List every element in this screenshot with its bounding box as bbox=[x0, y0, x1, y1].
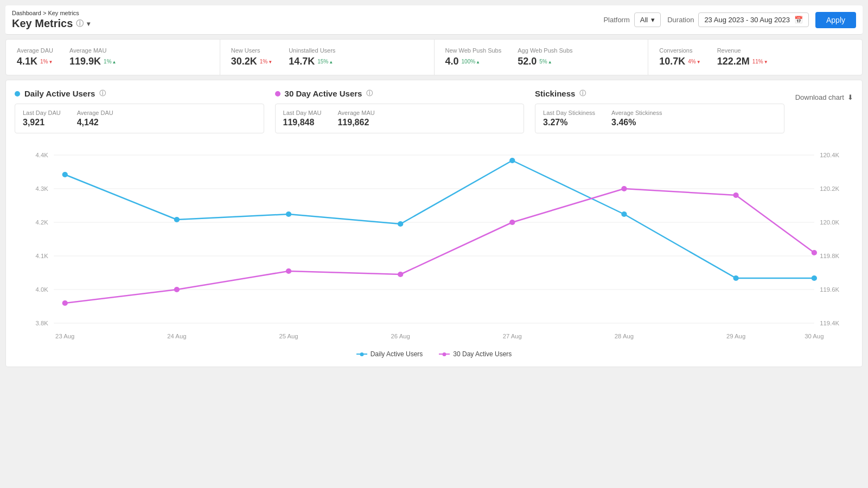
svg-text:4.0K: 4.0K bbox=[36, 286, 49, 293]
mau-average: Average MAU 119,862 bbox=[337, 110, 374, 127]
chart-container: 4.4K 4.3K 4.2K 4.1K 4.0K 3.8K 120.4K 120… bbox=[15, 139, 853, 345]
svg-point-39 bbox=[621, 186, 627, 191]
svg-text:23 Aug: 23 Aug bbox=[55, 333, 74, 339]
svg-point-30 bbox=[509, 158, 515, 163]
page-title: Key Metrics ⓘ ▾ bbox=[12, 17, 90, 30]
svg-text:4.3K: 4.3K bbox=[36, 185, 49, 192]
mau-last-day: Last Day MAU 119,848 bbox=[283, 110, 322, 127]
apply-button[interactable]: Apply bbox=[815, 12, 856, 28]
metric-group-users: New Users 30.2K 1% Uninstalled Users 14.… bbox=[220, 40, 435, 75]
dau-average: Average DAU 4,142 bbox=[77, 110, 113, 127]
metric-revenue: Revenue 122.2M 11% bbox=[717, 47, 768, 67]
svg-point-33 bbox=[812, 275, 817, 281]
svg-point-40 bbox=[733, 192, 738, 198]
dau-stats-box: Last Day DAU 3,921 Average DAU 4,142 bbox=[15, 104, 264, 133]
dau-section: Daily Active Users ⓘ Last Day DAU 3,921 … bbox=[15, 89, 264, 133]
metric-avg-mau: Average MAU 119.9K 1% bbox=[69, 47, 116, 67]
dau-title: Daily Active Users bbox=[24, 89, 95, 98]
mau-section: 30 Day Active Users ⓘ Last Day MAU 119,8… bbox=[275, 89, 525, 133]
svg-text:119.8K: 119.8K bbox=[820, 253, 839, 259]
breadcrumb-current: Key metrics bbox=[48, 10, 79, 16]
svg-point-29 bbox=[398, 221, 403, 227]
svg-text:3.8K: 3.8K bbox=[36, 320, 49, 326]
chevron-down-icon[interactable]: ▾ bbox=[87, 20, 90, 28]
stickiness-info-icon[interactable]: ⓘ bbox=[579, 89, 586, 98]
svg-text:119.6K: 119.6K bbox=[820, 286, 839, 293]
svg-point-41 bbox=[812, 250, 817, 255]
svg-text:29 Aug: 29 Aug bbox=[726, 333, 745, 339]
svg-point-31 bbox=[621, 211, 627, 217]
svg-text:120.0K: 120.0K bbox=[820, 219, 839, 226]
chart-legend: Daily Active Users 30 Day Active Users bbox=[15, 350, 853, 358]
dau-dot bbox=[15, 91, 20, 97]
calendar-icon: 📅 bbox=[794, 16, 803, 24]
svg-point-37 bbox=[398, 272, 403, 277]
stickiness-title: Stickiness bbox=[535, 89, 575, 98]
mau-title: 30 Day Active Users bbox=[285, 89, 362, 98]
metric-new-users: New Users 30.2K 1% bbox=[231, 47, 272, 67]
legend-dau: Daily Active Users bbox=[356, 350, 423, 358]
chevron-down-icon: ▾ bbox=[651, 16, 655, 24]
legend-mau: 30 Day Active Users bbox=[439, 350, 512, 358]
svg-point-36 bbox=[286, 268, 291, 274]
svg-text:4.2K: 4.2K bbox=[36, 219, 49, 226]
metric-conversions: Conversions 10.7K 4% bbox=[659, 47, 700, 67]
svg-text:24 Aug: 24 Aug bbox=[167, 333, 186, 339]
svg-point-38 bbox=[509, 220, 515, 225]
svg-text:4.4K: 4.4K bbox=[36, 152, 49, 158]
svg-point-28 bbox=[286, 211, 291, 217]
svg-text:120.4K: 120.4K bbox=[820, 152, 839, 158]
mau-stats-box: Last Day MAU 119,848 Average MAU 119,862 bbox=[275, 104, 525, 133]
svg-text:120.2K: 120.2K bbox=[820, 185, 839, 192]
svg-text:119.4K: 119.4K bbox=[820, 320, 839, 326]
metric-group-revenue: Conversions 10.7K 4% Revenue 122.2M 11% bbox=[648, 40, 862, 75]
dau-last-day: Last Day DAU 3,921 bbox=[23, 110, 61, 127]
legend-mau-line bbox=[439, 354, 450, 355]
date-range-picker[interactable]: 23 Aug 2023 - 30 Aug 2023 📅 bbox=[698, 12, 809, 27]
breadcrumb-parent[interactable]: Dashboard bbox=[12, 10, 41, 16]
stickiness-average: Average Stickiness 3.46% bbox=[611, 110, 662, 127]
svg-text:30 Aug: 30 Aug bbox=[805, 333, 824, 339]
metric-avg-dau: Average DAU 4.1K 1% bbox=[17, 47, 53, 67]
dau-info-icon[interactable]: ⓘ bbox=[99, 89, 106, 98]
stickiness-section: Stickiness ⓘ Last Day Stickiness 3.27% A… bbox=[535, 89, 784, 133]
stickiness-stats-box: Last Day Stickiness 3.27% Average Sticki… bbox=[535, 104, 784, 133]
metric-group-push: New Web Push Subs 4.0 100% Agg Web Push … bbox=[435, 40, 649, 75]
platform-label: Platform bbox=[603, 16, 629, 24]
platform-select[interactable]: All ▾ bbox=[634, 12, 661, 27]
metric-agg-web-push: Agg Web Push Subs 52.0 5% bbox=[518, 47, 572, 67]
svg-text:26 Aug: 26 Aug bbox=[391, 333, 410, 339]
download-icon: ⬇ bbox=[847, 93, 853, 101]
legend-dau-line bbox=[356, 354, 367, 355]
svg-point-34 bbox=[62, 300, 68, 306]
metric-group-dau-mau: Average DAU 4.1K 1% Average MAU 119.9K 1… bbox=[6, 40, 220, 75]
duration-label: Duration bbox=[667, 16, 694, 24]
breadcrumb: Dashboard > Key metrics bbox=[12, 10, 90, 16]
svg-text:27 Aug: 27 Aug bbox=[503, 333, 522, 339]
mau-dot bbox=[275, 91, 280, 97]
metric-uninstalled: Uninstalled Users 14.7K 15% bbox=[289, 47, 335, 67]
mau-info-icon[interactable]: ⓘ bbox=[366, 89, 373, 98]
svg-point-26 bbox=[62, 172, 68, 177]
chart-sections-header: Daily Active Users ⓘ Last Day DAU 3,921 … bbox=[15, 89, 853, 133]
download-chart-button[interactable]: Download chart ⬇ bbox=[795, 89, 853, 101]
stickiness-last-day: Last Day Stickiness 3.27% bbox=[543, 110, 595, 127]
metric-new-web-push: New Web Push Subs 4.0 100% bbox=[445, 47, 502, 67]
svg-point-27 bbox=[174, 217, 180, 222]
info-icon[interactable]: ⓘ bbox=[76, 19, 84, 29]
svg-text:25 Aug: 25 Aug bbox=[279, 333, 298, 339]
main-chart-card: Daily Active Users ⓘ Last Day DAU 3,921 … bbox=[5, 80, 863, 367]
svg-point-35 bbox=[174, 287, 180, 292]
svg-text:4.1K: 4.1K bbox=[36, 253, 49, 259]
svg-text:28 Aug: 28 Aug bbox=[615, 333, 634, 339]
metrics-row: Average DAU 4.1K 1% Average MAU 119.9K 1… bbox=[5, 39, 863, 75]
svg-point-32 bbox=[733, 275, 738, 281]
